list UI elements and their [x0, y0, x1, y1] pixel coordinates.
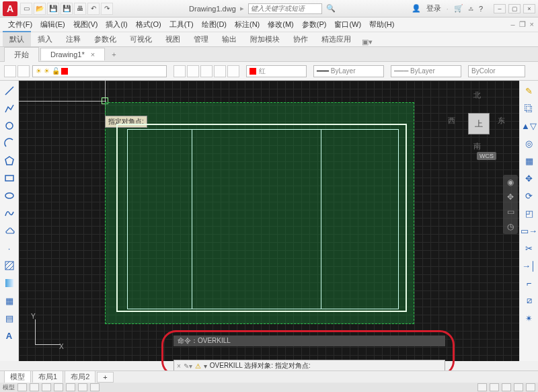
- tab-featured[interactable]: 精选应用: [315, 32, 358, 46]
- line-icon[interactable]: [2, 83, 17, 98]
- cmd-customize-icon[interactable]: ✎▾: [184, 362, 192, 370]
- move-icon[interactable]: ✥: [522, 171, 537, 186]
- erase-icon[interactable]: ✎: [522, 83, 537, 98]
- viewcube-top[interactable]: 上: [468, 113, 490, 134]
- hatch-icon[interactable]: [2, 258, 17, 273]
- menu-edit[interactable]: 编辑(E): [36, 18, 69, 31]
- menu-format[interactable]: 格式(O): [132, 18, 165, 31]
- status-workspace-icon[interactable]: [502, 383, 511, 391]
- file-tab-close-icon[interactable]: ×: [91, 50, 95, 58]
- stretch-icon[interactable]: ▭→: [522, 223, 537, 238]
- text-icon[interactable]: A: [2, 328, 17, 343]
- spline-icon[interactable]: [2, 206, 17, 221]
- status-otrack-icon[interactable]: [78, 383, 87, 391]
- status-osnap-icon[interactable]: [66, 383, 75, 391]
- status-snap-icon[interactable]: [30, 383, 39, 391]
- new-icon[interactable]: ▭: [20, 3, 32, 15]
- menu-file[interactable]: 文件(F): [4, 18, 36, 31]
- menu-insert[interactable]: 插入(I): [102, 18, 131, 31]
- status-lwt-icon[interactable]: [90, 383, 100, 391]
- minimize-button[interactable]: –: [494, 4, 506, 13]
- status-custom-icon[interactable]: [526, 383, 535, 391]
- rotate-icon[interactable]: ⟳: [522, 188, 537, 203]
- plotstyle-selector[interactable]: ByColor: [468, 65, 525, 77]
- menu-draw[interactable]: 绘图(D): [198, 18, 231, 31]
- layer-selector[interactable]: ☀ ☀ 🔓: [32, 65, 167, 77]
- extend-icon[interactable]: →│: [522, 258, 537, 273]
- layout-tab-model[interactable]: 模型: [4, 370, 31, 383]
- open-icon[interactable]: 📂: [34, 3, 46, 15]
- undo-icon[interactable]: ↶: [87, 3, 100, 15]
- polygon-icon[interactable]: [2, 153, 17, 168]
- viewcube-w[interactable]: 西: [448, 116, 455, 126]
- circle-icon[interactable]: [2, 118, 17, 133]
- offset-icon[interactable]: ◎: [522, 136, 537, 151]
- ribbon-expand-icon[interactable]: ▣▾: [362, 38, 373, 46]
- layer-match-icon[interactable]: [227, 65, 239, 77]
- color-selector[interactable]: 红: [246, 65, 307, 77]
- close-button[interactable]: ×: [523, 4, 535, 13]
- point-icon[interactable]: ·: [2, 241, 17, 256]
- user-icon[interactable]: 👤: [412, 4, 421, 13]
- zoom-extents-icon[interactable]: ▭: [507, 207, 514, 217]
- status-polar-icon[interactable]: [54, 383, 63, 391]
- help-icon[interactable]: ?: [479, 5, 483, 13]
- tab-output[interactable]: 输出: [215, 32, 243, 46]
- tab-insert[interactable]: 插入: [31, 32, 59, 46]
- scale-icon[interactable]: ◰: [522, 206, 537, 221]
- viewcube[interactable]: 北 南 西 东 上: [444, 89, 511, 156]
- chamfer-icon[interactable]: ⧄: [522, 293, 537, 308]
- ellipse-icon[interactable]: [2, 188, 17, 203]
- pan-icon[interactable]: ✥: [507, 192, 514, 202]
- share-icon[interactable]: ஃ: [469, 4, 473, 13]
- layer-iso-icon[interactable]: [174, 65, 186, 77]
- layer-states-icon[interactable]: [17, 65, 30, 77]
- login-label[interactable]: 登录: [426, 3, 441, 13]
- gradient-icon[interactable]: [2, 276, 17, 290]
- layer-lock-icon[interactable]: [214, 65, 226, 77]
- app-icon[interactable]: A: [3, 1, 17, 16]
- viewcube-n[interactable]: 北: [473, 90, 481, 100]
- layout-tab-2[interactable]: 布局2: [65, 370, 95, 383]
- save-icon[interactable]: 💾: [47, 3, 59, 15]
- array-icon[interactable]: ▦: [522, 153, 537, 168]
- status-clean-icon[interactable]: [514, 383, 523, 391]
- tab-collab[interactable]: 协作: [286, 32, 315, 46]
- file-tab-drawing1[interactable]: Drawing1* ×: [40, 48, 105, 61]
- menu-view[interactable]: 视图(V): [69, 18, 102, 31]
- plot-icon[interactable]: 🖶: [74, 3, 86, 15]
- tab-parametric[interactable]: 参数化: [87, 32, 123, 46]
- menu-modify[interactable]: 修改(M): [264, 18, 298, 31]
- menu-param[interactable]: 参数(P): [298, 18, 331, 31]
- file-tab-new[interactable]: +: [106, 48, 121, 61]
- saveas-icon[interactable]: 💾: [61, 3, 73, 15]
- layout-tab-new[interactable]: +: [97, 372, 113, 383]
- tab-visualize[interactable]: 可视化: [123, 32, 159, 46]
- mirror-icon[interactable]: ▲▽: [522, 118, 537, 133]
- menu-dim[interactable]: 标注(N): [231, 18, 264, 31]
- doc-min-icon[interactable]: –: [510, 20, 514, 29]
- rectangle-icon[interactable]: [2, 171, 17, 186]
- layer-off-icon[interactable]: [187, 65, 199, 77]
- doc-restore-icon[interactable]: ❐: [519, 20, 526, 29]
- status-model[interactable]: 模型: [3, 383, 15, 392]
- trim-icon[interactable]: ✂: [522, 241, 537, 256]
- layer-freeze-icon[interactable]: [200, 65, 213, 77]
- file-tab-start[interactable]: 开始: [4, 47, 39, 62]
- cmd-close-icon[interactable]: ×: [177, 362, 181, 370]
- lineweight-selector[interactable]: ━━━ ByLayer: [313, 65, 384, 77]
- orbit-icon[interactable]: ◷: [507, 222, 514, 231]
- layout-tab-1[interactable]: 布局1: [32, 370, 63, 383]
- explode-icon[interactable]: ✴: [522, 311, 537, 325]
- viewcube-e[interactable]: 东: [498, 116, 505, 126]
- region-icon[interactable]: ▦: [2, 293, 17, 308]
- tab-default[interactable]: 默认: [3, 31, 31, 46]
- wcs-badge[interactable]: WCS: [477, 152, 496, 160]
- arc-icon[interactable]: [2, 136, 17, 151]
- search-input[interactable]: [248, 3, 322, 14]
- status-grid-icon[interactable]: [17, 383, 27, 391]
- polyline-icon[interactable]: [2, 101, 17, 116]
- status-scale-icon[interactable]: [490, 383, 499, 391]
- status-ortho-icon[interactable]: [42, 383, 51, 391]
- redo-icon[interactable]: ↷: [101, 3, 113, 15]
